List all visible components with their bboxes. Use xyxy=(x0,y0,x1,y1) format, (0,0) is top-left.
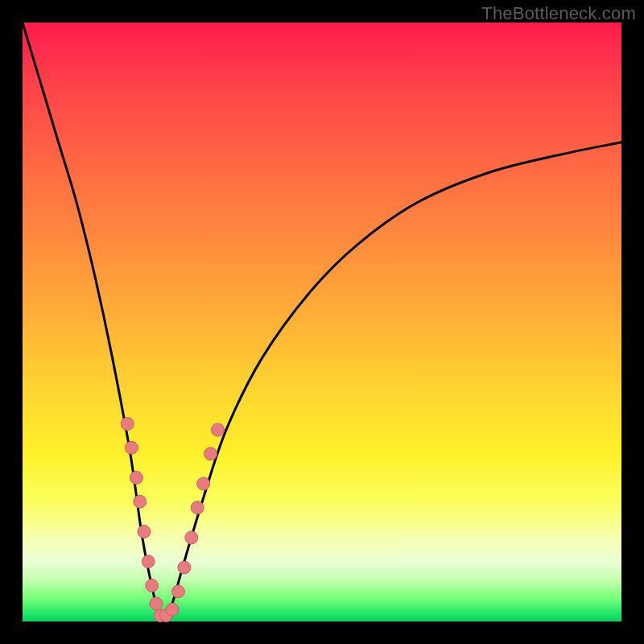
sample-dot xyxy=(185,531,198,544)
curve-svg xyxy=(23,23,621,621)
sample-dot xyxy=(191,502,204,514)
watermark-text: TheBottleneck.com xyxy=(481,3,636,24)
sample-dot xyxy=(212,423,225,436)
sample-dot xyxy=(146,579,159,592)
plot-area xyxy=(23,23,621,621)
sample-dot xyxy=(178,561,191,574)
sample-dot xyxy=(197,477,210,490)
sample-dot xyxy=(138,525,151,538)
sample-dot xyxy=(171,585,184,598)
sample-dot xyxy=(130,471,142,484)
chart-frame: TheBottleneck.com xyxy=(0,0,644,644)
sample-dot xyxy=(125,441,138,454)
sample-dot xyxy=(166,603,179,616)
sample-dot xyxy=(134,495,147,508)
sample-dot xyxy=(204,448,217,460)
sample-dot xyxy=(150,597,163,610)
sample-dot xyxy=(142,555,155,568)
sample-dot xyxy=(121,418,134,431)
bottleneck-curve xyxy=(23,23,621,617)
